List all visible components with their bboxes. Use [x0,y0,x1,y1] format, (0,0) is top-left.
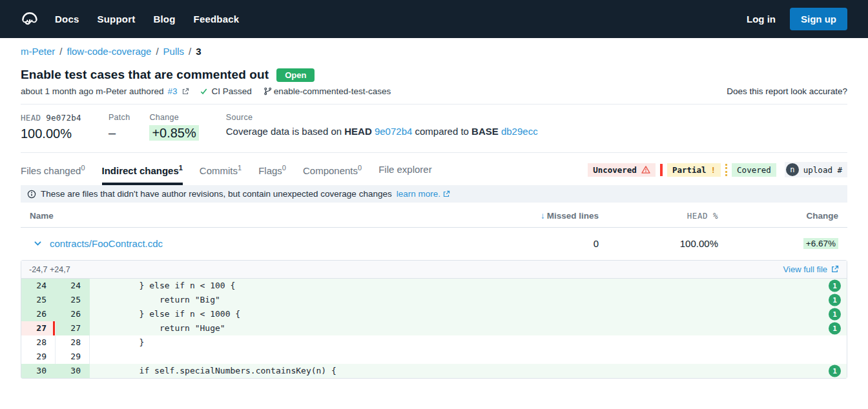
nav-link-feedback[interactable]: Feedback [194,14,240,25]
legend-covered: Covered [732,163,776,177]
source-description: Coverage data is based on HEAD 9e072b4 c… [226,126,538,137]
head-line-number: 24 [56,279,90,293]
diff-line-28[interactable]: 2828 } [21,335,847,350]
legend-uncovered: Uncovered [588,163,656,177]
git-branch-icon [264,87,272,95]
authored-text: about 1 month ago m-Peter authored [21,86,163,96]
diff-viewer: -24,7 +24,7 View full file 2424 } else i… [21,260,847,379]
head-hash: 9e072b4 [46,113,81,123]
chevron-down-icon[interactable] [34,239,42,248]
learn-more-link[interactable]: learn more. [397,189,450,199]
diff-line-27[interactable]: 2727 return "Huge" 1 [21,321,847,335]
hit-count-badge[interactable]: 1 [829,280,841,292]
source-head-hash-link[interactable]: 9e072b4 [375,126,412,137]
breadcrumb-owner[interactable]: m-Peter [21,46,55,57]
diff-line-26[interactable]: 2626 } else if n < 1000 { 1 [21,307,847,321]
source-base-hash-link[interactable]: db29ecc [501,126,538,137]
head-line-number: 29 [56,350,90,364]
codecov-logo[interactable] [21,10,38,28]
code-text: return "Big" [90,293,847,307]
diff-line-30[interactable]: 3030 if self.specialNumbers.containsKey(… [21,364,847,378]
source-base-label: BASE [471,126,499,137]
top-navbar: Docs Support Blog Feedback Log in Sign u… [0,0,868,38]
column-header-name[interactable]: Name [21,211,502,221]
tab-components[interactable]: Components0 [303,164,362,185]
nav-link-support[interactable]: Support [97,14,135,25]
hit-count-badge[interactable]: 1 [829,323,841,335]
base-line-number: 26 [21,307,56,321]
coverage-summary: HEAD 9e072b4 100.00% Patch – Change +0.8… [21,105,847,153]
hunk-header: -24,7 +24,7 [29,265,70,274]
indirect-changes-banner: These are files that didn't have author … [21,185,847,203]
report-accuracy-prompt[interactable]: Does this report look accurate? [727,86,847,96]
coverage-legend: Uncovered Partial ! Covered n upload # [588,162,847,185]
nav-link-blog[interactable]: Blog [153,14,175,25]
column-header-missed-lines[interactable]: ↓Missed lines [502,211,599,221]
code-text: return "Huge" [90,321,847,335]
column-header-change[interactable]: Change [718,211,847,221]
source-label: Source [226,113,538,122]
head-line-number: 30 [56,364,90,378]
base-line-number: 30 [21,364,56,378]
code-text [90,350,847,364]
table-row: contracts/FooContract.cdc 0 100.00% +6.6… [21,228,847,260]
status-badge: Open [276,68,315,82]
head-line-number: 27 [56,321,90,335]
head-percent-value: 100.00% [599,238,718,249]
file-name-link[interactable]: contracts/FooContract.cdc [50,238,163,249]
ci-status-text: CI Passed [211,86,251,96]
signup-button[interactable]: Sign up [790,8,847,30]
hit-count-badge[interactable]: 1 [829,294,841,306]
tab-indirect-changes[interactable]: Indirect changes1 [102,164,183,185]
diff-line-24[interactable]: 2424 } else if n < 100 { 1 [21,279,847,293]
login-link[interactable]: Log in [747,14,776,25]
view-full-file-link[interactable]: View full file [783,264,839,274]
banner-text: These are files that didn't have author … [41,189,392,199]
tab-commits[interactable]: Commits1 [200,164,242,185]
code-text: } else if n < 1000 { [90,307,847,321]
breadcrumb: m-Peter/flow-code-coverage/Pulls/3 [21,46,847,57]
tab-file-explorer[interactable]: File explorer [378,164,432,185]
breadcrumb-repo[interactable]: flow-code-coverage [67,46,152,57]
legend-upload: n upload # [785,162,847,177]
sort-desc-icon: ↓ [541,211,545,221]
upload-label: upload # [803,165,842,175]
check-icon [200,87,208,95]
column-header-head-percent[interactable]: HEAD % [599,211,718,221]
code-text: if self.specialNumbers.containsKey(n) { [90,364,847,378]
warning-triangle-icon [641,165,650,174]
diff-line-29[interactable]: 2929 [21,350,847,364]
patch-value: – [108,126,130,141]
head-line-number: 26 [56,307,90,321]
nav-link-docs[interactable]: Docs [55,14,79,25]
patch-label: Patch [108,113,130,122]
hit-count-badge[interactable]: 1 [829,308,841,321]
tab-flags[interactable]: Flags0 [258,164,286,185]
code-text: } else if n < 100 { [90,279,847,293]
files-table-header: Name ↓Missed lines HEAD % Change [21,203,847,228]
diff-line-25[interactable]: 2525 return "Big" 1 [21,293,847,307]
pr-number-link[interactable]: #3 [167,86,177,96]
partial-bar-sample [725,164,727,176]
legend-partial: Partial ! [667,163,721,177]
change-percent-value: +6.67% [803,238,838,249]
external-link-icon[interactable] [181,88,189,95]
partial-mark-icon: ! [711,165,716,175]
change-value: +0.85% [149,125,198,141]
tab-files-changed[interactable]: Files changed0 [21,164,85,185]
info-icon [27,190,36,199]
head-coverage-value: 100.00% [21,126,81,141]
breadcrumb-pull-number: 3 [196,46,201,57]
head-line-number: 28 [56,335,90,350]
hit-count-badge[interactable]: 1 [829,365,841,377]
base-line-number: 29 [21,350,56,364]
breadcrumb-pulls[interactable]: Pulls [163,46,185,57]
breadcrumb-separator: / [59,46,62,57]
nav-auth: Log in Sign up [747,8,847,30]
pull-meta: about 1 month ago m-Peter authored #3 CI… [21,86,727,96]
tab-bar: Files changed0 Indirect changes1 Commits… [21,164,588,185]
breadcrumb-separator: / [156,46,158,57]
head-label: HEAD [21,113,41,123]
breadcrumb-separator: / [189,46,191,57]
change-label: Change [149,113,198,122]
